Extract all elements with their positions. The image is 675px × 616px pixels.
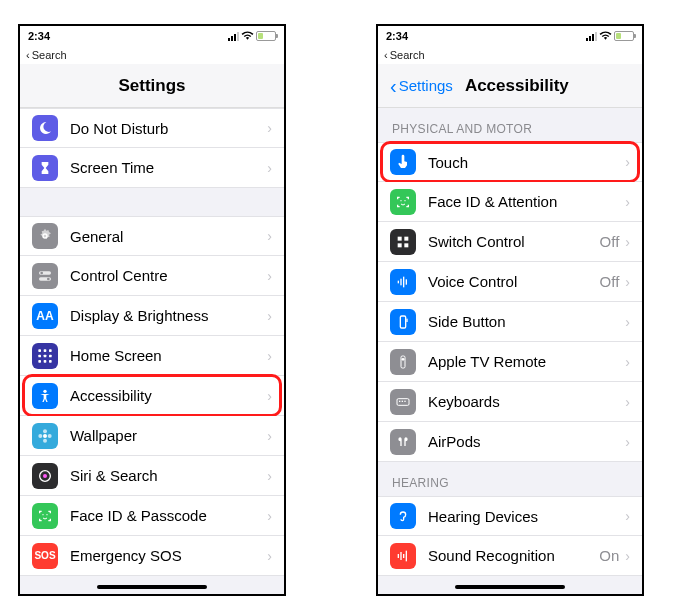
settings-row-emergency-sos[interactable]: SOS Emergency SOS ›: [20, 536, 284, 576]
svg-rect-39: [399, 400, 400, 401]
chevron-right-icon: ›: [267, 428, 272, 444]
chevron-right-icon: ›: [625, 194, 630, 210]
settings-row-screen-time[interactable]: Screen Time ›: [20, 148, 284, 188]
row-label: Screen Time: [70, 159, 267, 176]
chevron-right-icon: ›: [267, 348, 272, 364]
svg-rect-36: [401, 356, 405, 368]
svg-point-37: [402, 358, 405, 361]
row-detail: Off: [600, 233, 620, 250]
access-row-voice-control[interactable]: Voice Control Off ›: [378, 262, 642, 302]
svg-rect-34: [400, 316, 405, 328]
chevron-right-icon: ›: [625, 314, 630, 330]
row-detail: Off: [600, 273, 620, 290]
svg-rect-5: [38, 349, 41, 352]
switch-icon: [390, 229, 416, 255]
row-label: Hearing Devices: [428, 508, 625, 525]
settings-row-display-brightness[interactable]: AA Display & Brightness ›: [20, 296, 284, 336]
svg-point-25: [404, 200, 405, 201]
settings-row-accessibility[interactable]: Accessibility ›: [20, 376, 284, 416]
status-indicators: [228, 31, 276, 41]
home-indicator[interactable]: [455, 585, 565, 589]
row-label: Apple TV Remote: [428, 353, 625, 370]
battery-icon: [614, 31, 634, 41]
svg-point-19: [48, 434, 52, 438]
svg-rect-11: [38, 360, 41, 363]
row-label: Accessibility: [70, 387, 267, 404]
back-search-link[interactable]: ‹ Search: [20, 46, 284, 64]
siri-icon: [32, 463, 58, 489]
access-row-hearing-devices[interactable]: Hearing Devices ›: [378, 496, 642, 536]
moon-icon: [32, 115, 58, 141]
signal-icon: [228, 32, 239, 41]
svg-point-16: [43, 429, 47, 433]
battery-icon: [256, 31, 276, 41]
access-row-face-id-attention[interactable]: Face ID & Attention ›: [378, 182, 642, 222]
svg-point-24: [400, 200, 401, 201]
settings-row-general[interactable]: General ›: [20, 216, 284, 256]
svg-rect-28: [398, 243, 402, 247]
ear-icon: [390, 503, 416, 529]
access-row-keyboards[interactable]: Keyboards ›: [378, 382, 642, 422]
svg-rect-42: [398, 554, 399, 558]
svg-rect-6: [44, 349, 47, 352]
row-label: Emergency SOS: [70, 547, 267, 564]
chevron-right-icon: ›: [267, 508, 272, 524]
side-icon: [390, 309, 416, 335]
chevron-right-icon: ›: [625, 434, 630, 450]
row-detail: On: [599, 547, 619, 564]
access-row-airpods[interactable]: AirPods ›: [378, 422, 642, 462]
status-indicators: [586, 31, 634, 41]
row-label: Siri & Search: [70, 467, 267, 484]
settings-row-wallpaper[interactable]: Wallpaper ›: [20, 416, 284, 456]
soundrec-icon: [390, 543, 416, 569]
svg-rect-35: [406, 318, 407, 321]
settings-row-control-centre[interactable]: Control Centre ›: [20, 256, 284, 296]
access-row-side-button[interactable]: Side Button ›: [378, 302, 642, 342]
row-label: Face ID & Attention: [428, 193, 625, 210]
nav-title: Accessibility: [465, 76, 569, 96]
home-indicator[interactable]: [97, 585, 207, 589]
keyboard-icon: [390, 389, 416, 415]
row-label: AirPods: [428, 433, 625, 450]
svg-rect-32: [403, 276, 404, 287]
svg-rect-44: [403, 554, 404, 558]
accessibility-screen: 2:34 ‹ Search ‹ Settings Accessibility P…: [376, 24, 644, 596]
chevron-right-icon: ›: [267, 548, 272, 564]
svg-point-22: [42, 514, 43, 515]
settings-row-home-screen[interactable]: Home Screen ›: [20, 336, 284, 376]
nav-back-button[interactable]: ‹ Settings: [390, 76, 453, 96]
chevron-left-icon: ‹: [390, 76, 397, 96]
chevron-right-icon: ›: [267, 308, 272, 324]
aa-icon: AA: [32, 303, 58, 329]
row-label: Touch: [428, 154, 625, 171]
svg-rect-43: [400, 552, 401, 560]
status-bar: 2:34: [378, 26, 642, 46]
row-label: Control Centre: [70, 267, 267, 284]
row-label: Face ID & Passcode: [70, 507, 267, 524]
settings-row-do-not-disturb[interactable]: Do Not Disturb ›: [20, 108, 284, 148]
row-label: Do Not Disturb: [70, 120, 267, 137]
access-row-switch-control[interactable]: Switch Control Off ›: [378, 222, 642, 262]
settings-row-siri-search[interactable]: Siri & Search ›: [20, 456, 284, 496]
flower-icon: [32, 423, 58, 449]
wifi-icon: [241, 31, 254, 41]
chevron-right-icon: ›: [625, 274, 630, 290]
access-row-apple-tv-remote[interactable]: Apple TV Remote ›: [378, 342, 642, 382]
svg-point-23: [46, 514, 47, 515]
access-row-sound-recognition[interactable]: Sound Recognition On ›: [378, 536, 642, 576]
svg-rect-40: [402, 400, 403, 401]
chevron-right-icon: ›: [267, 388, 272, 404]
section-header-physical: PHYSICAL AND MOTOR: [378, 108, 642, 142]
svg-rect-26: [398, 236, 402, 240]
svg-point-21: [43, 474, 47, 478]
back-search-link[interactable]: ‹ Search: [378, 46, 642, 64]
accessibility-list[interactable]: PHYSICAL AND MOTOR Touch › Face ID & Att…: [378, 108, 642, 594]
svg-rect-8: [38, 354, 41, 357]
svg-rect-31: [400, 278, 401, 285]
chevron-left-icon: ‹: [26, 49, 30, 61]
svg-point-3: [40, 271, 43, 274]
settings-list[interactable]: Do Not Disturb › Screen Time › General ›…: [20, 108, 284, 594]
chevron-right-icon: ›: [625, 394, 630, 410]
settings-row-face-id-passcode[interactable]: Face ID & Passcode ›: [20, 496, 284, 536]
access-row-touch[interactable]: Touch ›: [378, 142, 642, 182]
